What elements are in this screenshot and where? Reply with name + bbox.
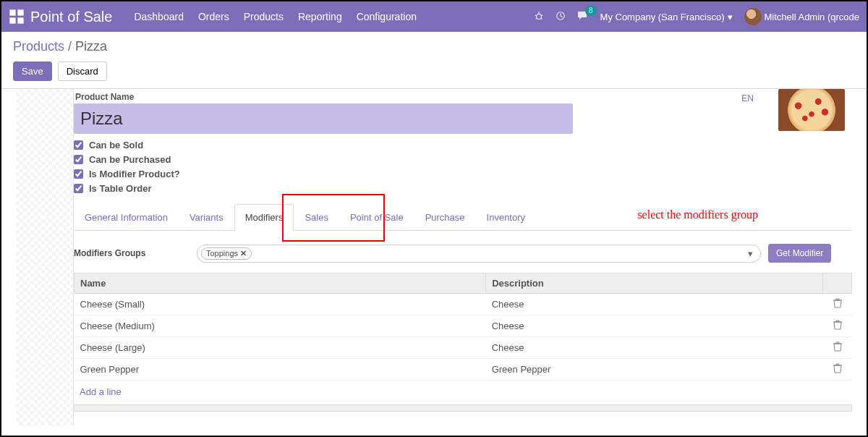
apps-icon[interactable] — [9, 9, 25, 25]
label-is-table-order: Is Table Order — [89, 183, 151, 194]
tab-general-information[interactable]: General Information — [74, 204, 179, 230]
tab-modifiers[interactable]: Modifiers — [234, 204, 294, 231]
table-footer-bar — [74, 404, 852, 412]
get-modifier-button[interactable]: Get Modifier — [768, 244, 831, 263]
tab-inventory[interactable]: Inventory — [476, 204, 536, 230]
checkbox-is-modifier-product[interactable] — [74, 169, 83, 179]
bug-icon[interactable] — [534, 11, 544, 23]
modifiers-table: Name Description Cheese (Small)CheeseChe… — [74, 273, 852, 381]
tab-sales[interactable]: Sales — [294, 204, 339, 230]
svg-rect-3 — [17, 17, 23, 23]
breadcrumb-root[interactable]: Products — [13, 39, 64, 54]
svg-line-9 — [540, 17, 542, 19]
col-description: Description — [486, 273, 823, 294]
modifiers-groups-label: Modifiers Groups — [74, 248, 190, 258]
cell-name: Cheese (Medium) — [75, 315, 486, 337]
nav-products[interactable]: Products — [244, 11, 284, 22]
cell-description: Cheese — [486, 337, 823, 359]
topbar: Point of Sale Dashboard Orders Products … — [1, 1, 867, 32]
save-button[interactable]: Save — [13, 61, 52, 81]
avatar — [744, 8, 762, 25]
cell-description: Cheese — [486, 315, 823, 337]
table-row[interactable]: Cheese (Small)Cheese — [75, 294, 852, 315]
cell-name: Green Pepper — [75, 359, 486, 381]
col-name: Name — [75, 273, 486, 294]
product-image[interactable] — [778, 89, 845, 131]
tag-toppings: Toppings ✕ — [201, 247, 252, 260]
modifiers-groups-input[interactable]: Toppings ✕ ▾ — [197, 245, 761, 263]
breadcrumb-current: Pizza — [75, 39, 107, 54]
user-name: Mitchell Admin (qrcode — [765, 12, 860, 22]
discard-button[interactable]: Discard — [58, 61, 107, 81]
action-bar: Save Discard — [1, 60, 867, 88]
tab-variants[interactable]: Variants — [179, 204, 234, 230]
trash-icon[interactable] — [833, 300, 842, 310]
tag-remove-icon[interactable]: ✕ — [240, 249, 247, 258]
messages-badge: 8 — [585, 6, 597, 16]
messages-icon[interactable]: 8 — [577, 11, 589, 23]
nav-links: Dashboard Orders Products Reporting Conf… — [134, 11, 533, 22]
tag-label: Toppings — [206, 249, 238, 258]
cell-description: Green Pepper — [486, 359, 823, 381]
checkbox-can-be-sold[interactable] — [74, 140, 83, 150]
nav-dashboard[interactable]: Dashboard — [134, 11, 184, 22]
caret-down-icon: ▾ — [728, 12, 733, 22]
product-name-wrap: Product Name EN — [74, 89, 764, 134]
cell-description: Cheese — [486, 294, 823, 315]
cell-name: Cheese (Large) — [75, 337, 486, 359]
table-row[interactable]: Green PepperGreen Pepper — [75, 359, 852, 381]
breadcrumb-bar: Products / Pizza — [1, 32, 867, 60]
modifiers-groups-row: Modifiers Groups Toppings ✕ ▾ Get Modifi… — [74, 244, 852, 263]
cell-name: Cheese (Small) — [75, 294, 486, 315]
company-selector[interactable]: My Company (San Francisco) ▾ — [600, 12, 733, 22]
label-can-be-purchased: Can be Purchased — [89, 154, 171, 165]
app-title: Point of Sale — [30, 9, 112, 25]
trash-icon[interactable] — [833, 343, 842, 354]
product-checks: Can be Sold Can be Purchased Is Modifier… — [74, 140, 852, 194]
breadcrumb-sep: / — [68, 39, 72, 54]
svg-rect-2 — [9, 17, 15, 23]
svg-rect-1 — [17, 9, 23, 15]
nav-reporting[interactable]: Reporting — [298, 11, 342, 22]
product-name-row: Product Name EN — [74, 89, 852, 134]
label-can-be-sold: Can be Sold — [89, 140, 143, 150]
check-is-modifier-product: Is Modifier Product? — [74, 169, 852, 179]
label-is-modifier-product: Is Modifier Product? — [89, 169, 180, 179]
product-name-input[interactable] — [74, 103, 573, 134]
table-row[interactable]: Cheese (Large)Cheese — [75, 337, 852, 359]
table-header-row: Name Description — [75, 273, 852, 294]
product-name-label: Product Name — [75, 92, 764, 102]
tabs: General Information Variants Modifiers S… — [74, 204, 852, 231]
check-can-be-sold: Can be Sold — [74, 140, 852, 150]
svg-line-8 — [535, 17, 537, 19]
svg-rect-0 — [9, 9, 15, 15]
company-name: My Company (San Francisco) — [600, 12, 725, 22]
breadcrumb: Products / Pizza — [13, 39, 107, 54]
tab-point-of-sale[interactable]: Point of Sale — [339, 204, 414, 230]
form-canvas: Product Name EN Can be Sold Can be Purch… — [1, 88, 867, 426]
dropdown-caret-icon[interactable]: ▾ — [744, 248, 757, 259]
left-gutter — [16, 89, 74, 426]
lang-tag[interactable]: EN — [741, 93, 754, 103]
annotation-text: select the modifiers group — [637, 208, 758, 221]
checkbox-is-table-order[interactable] — [74, 184, 83, 193]
user-menu[interactable]: Mitchell Admin (qrcode — [744, 8, 860, 25]
clock-icon[interactable] — [556, 11, 566, 23]
check-can-be-purchased: Can be Purchased — [74, 154, 852, 165]
main-panel: Product Name EN Can be Sold Can be Purch… — [74, 89, 852, 426]
col-actions — [823, 273, 852, 294]
tab-purchase[interactable]: Purchase — [414, 204, 476, 230]
nav-orders[interactable]: Orders — [198, 11, 229, 22]
table-row[interactable]: Cheese (Medium)Cheese — [75, 315, 852, 337]
modifiers-section: Modifiers Groups Toppings ✕ ▾ Get Modifi… — [74, 244, 852, 412]
trash-icon[interactable] — [833, 365, 842, 376]
checkbox-can-be-purchased[interactable] — [74, 155, 83, 164]
check-is-table-order: Is Table Order — [74, 183, 852, 194]
nav-configuration[interactable]: Configuration — [357, 11, 417, 22]
svg-point-4 — [536, 14, 541, 19]
trash-icon[interactable] — [833, 321, 842, 332]
topbar-right: 8 My Company (San Francisco) ▾ Mitchell … — [534, 8, 859, 25]
add-line-link[interactable]: Add a line — [74, 381, 127, 403]
